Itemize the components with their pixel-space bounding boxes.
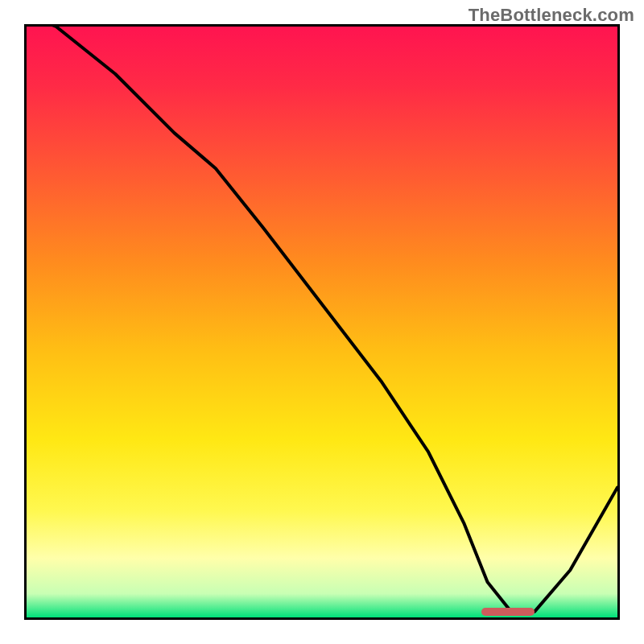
optimal-range-marker (481, 608, 535, 616)
watermark-text: TheBottleneck.com (469, 5, 634, 26)
plot-frame (24, 24, 620, 620)
chart-stage: TheBottleneck.com (0, 0, 644, 644)
bottleneck-curve (27, 27, 617, 617)
curve-path (27, 27, 617, 612)
